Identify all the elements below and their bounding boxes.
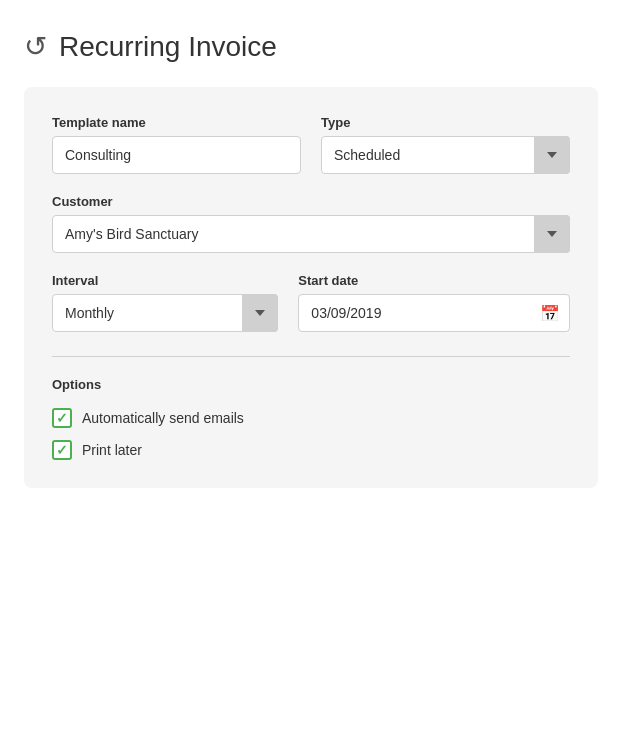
form-card: Template name Type Scheduled Automatic C…	[24, 87, 598, 488]
page-wrapper: ↺ Recurring Invoice Template name Type S…	[0, 0, 622, 734]
divider	[52, 356, 570, 357]
template-name-label: Template name	[52, 115, 301, 130]
auto-send-emails-checkbox[interactable]	[52, 408, 72, 428]
type-select[interactable]: Scheduled Automatic	[321, 136, 570, 174]
options-title: Options	[52, 377, 570, 392]
customer-select[interactable]: Amy's Bird Sanctuary	[52, 215, 570, 253]
date-input-wrapper: 📅	[298, 294, 570, 332]
row-customer: Customer Amy's Bird Sanctuary	[52, 194, 570, 253]
interval-select[interactable]: Monthly Weekly Daily Yearly	[52, 294, 278, 332]
print-later-checkbox[interactable]	[52, 440, 72, 460]
recurring-icon: ↺	[24, 30, 47, 63]
template-name-group: Template name	[52, 115, 301, 174]
options-section: Options Automatically send emails Print …	[52, 377, 570, 460]
auto-send-emails-label: Automatically send emails	[82, 410, 244, 426]
checkbox-row-email[interactable]: Automatically send emails	[52, 408, 570, 428]
interval-select-wrapper: Monthly Weekly Daily Yearly	[52, 294, 278, 332]
checkbox-row-print[interactable]: Print later	[52, 440, 570, 460]
start-date-label: Start date	[298, 273, 570, 288]
customer-group: Customer Amy's Bird Sanctuary	[52, 194, 570, 253]
type-label: Type	[321, 115, 570, 130]
interval-group: Interval Monthly Weekly Daily Yearly	[52, 273, 278, 332]
interval-label: Interval	[52, 273, 278, 288]
template-name-input[interactable]	[52, 136, 301, 174]
start-date-input[interactable]	[298, 294, 570, 332]
type-group: Type Scheduled Automatic	[321, 115, 570, 174]
page-header: ↺ Recurring Invoice	[24, 30, 598, 63]
print-later-label: Print later	[82, 442, 142, 458]
row-template-type: Template name Type Scheduled Automatic	[52, 115, 570, 174]
row-interval-date: Interval Monthly Weekly Daily Yearly Sta…	[52, 273, 570, 332]
start-date-group: Start date 📅	[298, 273, 570, 332]
page-title: Recurring Invoice	[59, 31, 277, 63]
type-select-wrapper: Scheduled Automatic	[321, 136, 570, 174]
customer-label: Customer	[52, 194, 570, 209]
customer-select-wrapper: Amy's Bird Sanctuary	[52, 215, 570, 253]
